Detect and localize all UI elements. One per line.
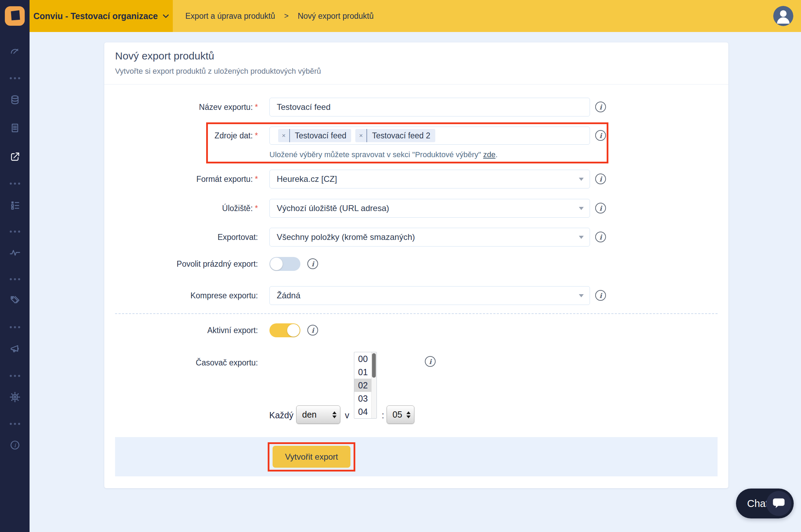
sidebar: i [0,0,30,532]
tag-testovaci-feed: × Testovací feed [278,129,351,142]
sidebar-item-tags[interactable] [0,293,30,308]
ellipsis-icon [10,278,20,280]
label-zdroje-dat: Zdroje dat:* [119,131,258,140]
chat-label: Chat [747,498,768,509]
toggle-knob [270,258,283,270]
hour-option[interactable]: 03 [354,392,372,405]
hour-option[interactable]: 00 [354,352,372,365]
sidebar-ellipsis [0,272,30,287]
sidebar-ellipsis [0,176,30,191]
stepper-arrows-icon [406,411,411,418]
create-export-button[interactable]: Vytvořit export [273,446,350,468]
chat-widget[interactable]: Chat [736,489,794,518]
info-icon[interactable]: i [307,325,318,336]
allow-empty-export-toggle[interactable] [269,257,300,271]
tag-label: Testovací feed [290,129,351,142]
checklist-icon [9,199,21,211]
conviu-logo-icon [4,5,26,27]
hour-listbox[interactable]: 00 01 02 03 04 [354,352,377,419]
toggle-knob [287,324,300,337]
export-name-input[interactable] [269,98,590,116]
database-icon [9,94,21,106]
header-divider [104,84,728,84]
compression-select[interactable]: Žádná [269,286,590,305]
dropdown-caret-icon [579,207,584,210]
hour-option-selected[interactable]: 02 [354,379,372,392]
document-icon [9,122,21,134]
active-export-toggle[interactable] [269,323,300,337]
info-icon: i [9,439,21,451]
chat-bubble-circle [766,491,791,516]
sidebar-item-announcements[interactable] [0,341,30,357]
new-export-card: Nový export produktů Vytvořte si export … [104,42,728,488]
svg-text:i: i [14,442,16,449]
sidebar-item-documents[interactable] [0,120,30,136]
zde-link[interactable]: zde [483,150,495,159]
data-sources-multiselect[interactable]: × Testovací feed × Testovací feed 2 [269,127,590,145]
share-export-icon [9,151,21,163]
sidebar-item-dashboard[interactable] [0,44,30,59]
label-format-exportu: Formát exportu:* [119,175,258,184]
label-casovac-exportu: Časovač exportu: [119,358,258,368]
info-icon[interactable]: i [595,174,606,184]
hour-option[interactable]: 04 [354,405,372,418]
page-title: Nový export produktů [115,50,214,62]
scrollbar-thumb[interactable] [372,353,376,378]
sidebar-item-selections[interactable] [0,198,30,213]
sidebar-ellipsis [0,368,30,384]
tags-icon [9,294,21,307]
remove-tag-icon[interactable]: × [355,129,366,142]
remove-tag-icon[interactable]: × [278,129,289,142]
info-icon[interactable]: i [425,356,436,367]
ellipsis-icon [10,231,20,233]
user-icon [773,6,793,26]
org-switcher[interactable]: Conviu - Testovací organizace [30,0,173,32]
sidebar-item-settings[interactable] [0,389,30,405]
info-icon[interactable]: i [595,130,606,141]
info-icon[interactable]: i [595,102,606,112]
sidebar-item-data[interactable] [0,92,30,107]
required-marker: * [255,103,258,112]
breadcrumb-item-current: Nový export produktů [298,11,374,21]
user-avatar[interactable] [773,6,793,26]
info-icon[interactable]: i [307,258,318,269]
app-logo[interactable] [0,0,30,32]
sidebar-ellipsis [0,320,30,335]
breadcrumb-item-parent[interactable]: Export a úprava produktů [185,11,275,21]
label-aktivni-export: Aktivní export: [119,326,258,335]
activity-pulse-icon [9,247,21,259]
gear-icon [9,391,21,403]
dashboard-gauge-icon [9,45,21,58]
interval-select[interactable]: den [296,405,340,424]
sidebar-ellipsis [0,71,30,86]
ellipsis-icon [10,375,20,377]
sidebar-item-export-active[interactable] [0,149,30,164]
label-exportovat: Exportovat: [119,233,258,242]
required-marker: * [255,175,258,184]
export-items-select[interactable]: Všechny položky (kromě smazaných) [269,228,590,247]
info-icon[interactable]: i [595,290,606,301]
label-nazev-exportu: Název exportu:* [119,103,258,112]
breadcrumb-separator: > [284,11,289,21]
sidebar-item-activity[interactable] [0,245,30,260]
export-format-select[interactable]: Heureka.cz [CZ] [269,170,590,188]
sidebar-ellipsis [0,416,30,432]
dropdown-caret-icon [579,178,584,181]
sidebar-item-info[interactable]: i [0,437,30,453]
chevron-down-icon [163,14,169,18]
listbox-scrollbar[interactable] [371,352,377,418]
info-icon[interactable]: i [595,232,606,242]
sidebar-ellipsis [0,224,30,239]
stepper-arrows-icon [332,411,337,418]
storage-select[interactable]: Výchozí úložiště (URL adresa) [269,199,590,218]
tag-testovaci-feed-2: × Testovací feed 2 [355,129,435,142]
chat-bubble-icon [772,497,786,510]
hour-option[interactable]: 01 [354,365,372,379]
info-icon[interactable]: i [595,203,606,213]
dropdown-caret-icon [579,236,584,239]
required-marker: * [255,131,258,140]
minute-select[interactable]: 05 [387,405,414,424]
section-divider [115,313,718,314]
ellipsis-icon [10,183,20,185]
form-footer [115,437,718,476]
